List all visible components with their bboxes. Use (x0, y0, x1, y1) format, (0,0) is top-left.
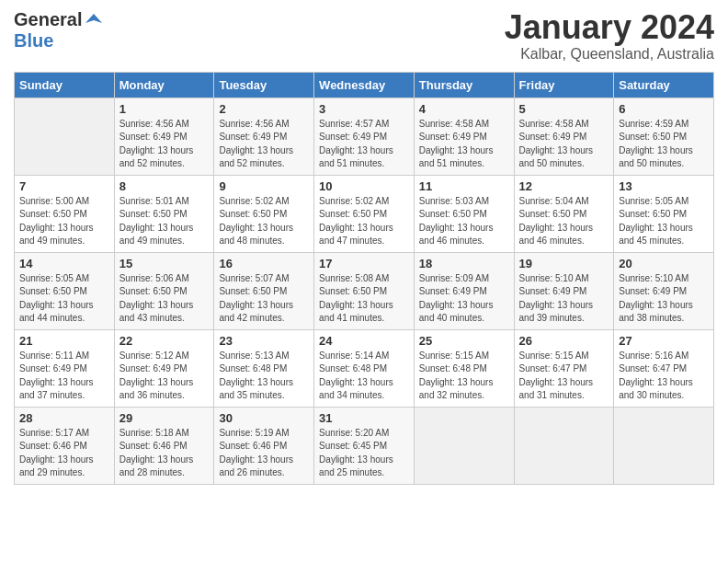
location-subtitle: Kalbar, Queensland, Australia (505, 46, 714, 63)
day-detail: Sunrise: 5:16 AM Sunset: 6:47 PM Dayligh… (619, 350, 709, 403)
day-detail: Sunrise: 5:11 AM Sunset: 6:49 PM Dayligh… (19, 350, 109, 403)
calendar-cell: 12Sunrise: 5:04 AM Sunset: 6:50 PM Dayli… (514, 175, 614, 252)
calendar-cell: 6Sunrise: 4:59 AM Sunset: 6:50 PM Daylig… (614, 98, 714, 175)
day-number: 16 (219, 257, 309, 270)
day-number: 17 (319, 257, 409, 270)
header-row: SundayMondayTuesdayWednesdayThursdayFrid… (15, 72, 714, 98)
day-number: 26 (519, 334, 609, 348)
calendar-cell: 20Sunrise: 5:10 AM Sunset: 6:49 PM Dayli… (614, 252, 714, 329)
day-detail: Sunrise: 5:06 AM Sunset: 6:50 PM Dayligh… (119, 272, 210, 326)
day-detail: Sunrise: 5:02 AM Sunset: 6:50 PM Dayligh… (319, 195, 409, 248)
calendar-cell: 21Sunrise: 5:11 AM Sunset: 6:49 PM Dayli… (15, 329, 115, 407)
logo-blue-text: Blue (14, 30, 53, 51)
calendar-cell: 14Sunrise: 5:05 AM Sunset: 6:50 PM Dayli… (15, 252, 115, 329)
calendar-cell: 29Sunrise: 5:18 AM Sunset: 6:46 PM Dayli… (114, 407, 214, 484)
day-number: 30 (219, 411, 309, 425)
day-number: 19 (519, 257, 609, 270)
day-detail: Sunrise: 5:02 AM Sunset: 6:50 PM Dayligh… (219, 195, 309, 248)
header-day-friday: Friday (514, 72, 614, 98)
calendar-cell: 5Sunrise: 4:58 AM Sunset: 6:49 PM Daylig… (514, 98, 614, 175)
header-day-tuesday: Tuesday (214, 72, 314, 98)
calendar-cell: 31Sunrise: 5:20 AM Sunset: 6:45 PM Dayli… (314, 407, 415, 484)
day-detail: Sunrise: 5:17 AM Sunset: 6:46 PM Dayligh… (19, 427, 109, 480)
week-row-1: 7Sunrise: 5:00 AM Sunset: 6:50 PM Daylig… (15, 175, 714, 252)
day-number: 18 (419, 257, 509, 270)
calendar-cell: 25Sunrise: 5:15 AM Sunset: 6:48 PM Dayli… (414, 329, 514, 407)
calendar-cell: 13Sunrise: 5:05 AM Sunset: 6:50 PM Dayli… (614, 175, 714, 252)
day-number: 20 (619, 257, 709, 270)
header-day-monday: Monday (114, 72, 214, 98)
day-detail: Sunrise: 5:18 AM Sunset: 6:46 PM Dayligh… (119, 427, 210, 480)
day-detail: Sunrise: 4:56 AM Sunset: 6:49 PM Dayligh… (219, 118, 309, 171)
calendar-cell: 15Sunrise: 5:06 AM Sunset: 6:50 PM Dayli… (114, 252, 214, 329)
day-number: 3 (319, 102, 409, 116)
day-detail: Sunrise: 5:20 AM Sunset: 6:45 PM Dayligh… (319, 427, 409, 480)
calendar-header: SundayMondayTuesdayWednesdayThursdayFrid… (15, 72, 714, 98)
day-detail: Sunrise: 5:10 AM Sunset: 6:49 PM Dayligh… (519, 272, 609, 326)
day-detail: Sunrise: 5:05 AM Sunset: 6:50 PM Dayligh… (19, 272, 109, 326)
title-block: January 2024 Kalbar, Queensland, Austral… (505, 9, 714, 63)
day-detail: Sunrise: 5:13 AM Sunset: 6:48 PM Dayligh… (219, 350, 309, 403)
day-detail: Sunrise: 5:12 AM Sunset: 6:49 PM Dayligh… (119, 350, 210, 403)
day-number: 9 (219, 179, 309, 193)
calendar-cell: 9Sunrise: 5:02 AM Sunset: 6:50 PM Daylig… (214, 175, 314, 252)
day-detail: Sunrise: 5:05 AM Sunset: 6:50 PM Dayligh… (619, 195, 709, 248)
day-number: 10 (319, 179, 409, 193)
day-number: 1 (119, 102, 210, 116)
day-number: 23 (219, 334, 309, 348)
header-day-saturday: Saturday (614, 72, 714, 98)
day-detail: Sunrise: 5:00 AM Sunset: 6:50 PM Dayligh… (19, 195, 109, 248)
calendar-cell: 2Sunrise: 4:56 AM Sunset: 6:49 PM Daylig… (214, 98, 314, 175)
day-detail: Sunrise: 5:15 AM Sunset: 6:48 PM Dayligh… (419, 350, 509, 403)
calendar-cell: 1Sunrise: 4:56 AM Sunset: 6:49 PM Daylig… (114, 98, 214, 175)
logo-general-text: General (14, 9, 82, 30)
day-number: 12 (519, 179, 609, 193)
week-row-2: 14Sunrise: 5:05 AM Sunset: 6:50 PM Dayli… (15, 252, 714, 329)
day-detail: Sunrise: 5:19 AM Sunset: 6:46 PM Dayligh… (219, 427, 309, 480)
day-number: 13 (619, 179, 709, 193)
day-detail: Sunrise: 4:57 AM Sunset: 6:49 PM Dayligh… (319, 118, 409, 171)
day-detail: Sunrise: 5:09 AM Sunset: 6:49 PM Dayligh… (419, 272, 509, 326)
calendar-cell: 17Sunrise: 5:08 AM Sunset: 6:50 PM Dayli… (314, 252, 415, 329)
day-number: 31 (319, 411, 409, 425)
calendar-cell (614, 407, 714, 484)
logo-bird-icon (84, 10, 104, 30)
day-number: 24 (319, 334, 409, 348)
calendar-cell: 22Sunrise: 5:12 AM Sunset: 6:49 PM Dayli… (114, 329, 214, 407)
day-detail: Sunrise: 4:56 AM Sunset: 6:49 PM Dayligh… (119, 118, 210, 171)
day-number: 11 (419, 179, 509, 193)
day-detail: Sunrise: 4:59 AM Sunset: 6:50 PM Dayligh… (619, 118, 709, 171)
calendar-table: SundayMondayTuesdayWednesdayThursdayFrid… (14, 72, 714, 485)
calendar-cell: 7Sunrise: 5:00 AM Sunset: 6:50 PM Daylig… (15, 175, 115, 252)
week-row-0: 1Sunrise: 4:56 AM Sunset: 6:49 PM Daylig… (15, 98, 714, 175)
day-number: 15 (119, 257, 210, 270)
calendar-cell: 24Sunrise: 5:14 AM Sunset: 6:48 PM Dayli… (314, 329, 415, 407)
calendar-cell: 23Sunrise: 5:13 AM Sunset: 6:48 PM Dayli… (214, 329, 314, 407)
day-number: 27 (619, 334, 709, 348)
calendar-cell: 26Sunrise: 5:15 AM Sunset: 6:47 PM Dayli… (514, 329, 614, 407)
logo: General Blue (14, 9, 104, 52)
day-detail: Sunrise: 5:04 AM Sunset: 6:50 PM Dayligh… (519, 195, 609, 248)
day-detail: Sunrise: 4:58 AM Sunset: 6:49 PM Dayligh… (519, 118, 609, 171)
calendar-cell: 4Sunrise: 4:58 AM Sunset: 6:49 PM Daylig… (414, 98, 514, 175)
week-row-3: 21Sunrise: 5:11 AM Sunset: 6:49 PM Dayli… (15, 329, 714, 407)
day-detail: Sunrise: 5:01 AM Sunset: 6:50 PM Dayligh… (119, 195, 210, 248)
day-number: 8 (119, 179, 210, 193)
calendar-cell: 27Sunrise: 5:16 AM Sunset: 6:47 PM Dayli… (614, 329, 714, 407)
day-number: 5 (519, 102, 609, 116)
calendar-cell: 19Sunrise: 5:10 AM Sunset: 6:49 PM Dayli… (514, 252, 614, 329)
day-detail: Sunrise: 5:07 AM Sunset: 6:50 PM Dayligh… (219, 272, 309, 326)
calendar-cell: 10Sunrise: 5:02 AM Sunset: 6:50 PM Dayli… (314, 175, 415, 252)
header-day-sunday: Sunday (15, 72, 115, 98)
day-detail: Sunrise: 4:58 AM Sunset: 6:49 PM Dayligh… (419, 118, 509, 171)
day-number: 6 (619, 102, 709, 116)
day-detail: Sunrise: 5:03 AM Sunset: 6:50 PM Dayligh… (419, 195, 509, 248)
day-detail: Sunrise: 5:15 AM Sunset: 6:47 PM Dayligh… (519, 350, 609, 403)
day-number: 21 (19, 334, 109, 348)
day-number: 4 (419, 102, 509, 116)
page-header: General Blue January 2024 Kalbar, Queens… (14, 9, 714, 63)
svg-marker-0 (85, 14, 102, 23)
week-row-4: 28Sunrise: 5:17 AM Sunset: 6:46 PM Dayli… (15, 407, 714, 484)
calendar-cell: 16Sunrise: 5:07 AM Sunset: 6:50 PM Dayli… (214, 252, 314, 329)
calendar-cell: 3Sunrise: 4:57 AM Sunset: 6:49 PM Daylig… (314, 98, 415, 175)
